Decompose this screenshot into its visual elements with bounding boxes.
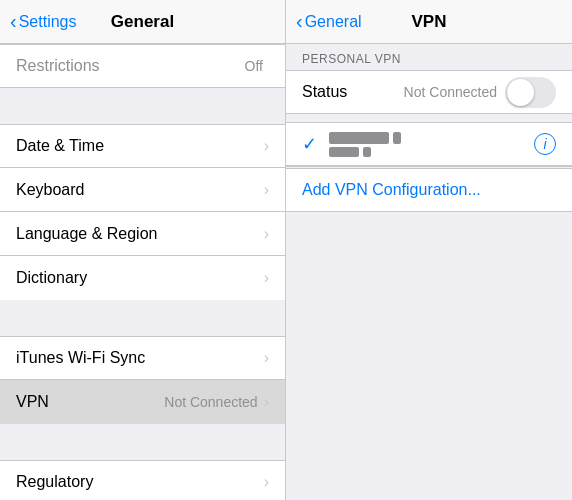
group-spacer-3 (0, 424, 285, 460)
general-back-label: General (305, 13, 362, 31)
vpn-section-header: PERSONAL VPN (286, 44, 572, 70)
vpn-group-spacer (286, 114, 572, 122)
chevron-icon: › (264, 349, 269, 367)
section-1: Date & Time › Keyboard › Language & Regi… (0, 124, 285, 300)
back-label: Settings (19, 13, 77, 31)
redacted-block-1 (329, 132, 389, 144)
right-panel: ‹ General VPN PERSONAL VPN Status Not Co… (286, 0, 572, 500)
info-icon[interactable]: i (534, 133, 556, 155)
section-3: Regulatory › Reset › (0, 460, 285, 500)
redacted-block-4 (363, 147, 371, 157)
back-arrow-icon: ‹ (296, 10, 303, 33)
chevron-icon: › (264, 181, 269, 199)
list-item-date-time[interactable]: Date & Time › (0, 124, 285, 168)
left-nav-title: General (111, 12, 174, 32)
itunes-label: iTunes Wi-Fi Sync (16, 349, 264, 367)
general-back-button[interactable]: ‹ General (296, 10, 362, 33)
status-label: Status (302, 83, 404, 101)
add-vpn-label: Add VPN Configuration... (302, 181, 481, 199)
list-item-language-region[interactable]: Language & Region › (0, 212, 285, 256)
list-item-itunes[interactable]: iTunes Wi-Fi Sync › (0, 336, 285, 380)
status-value: Not Connected (404, 84, 497, 100)
date-time-label: Date & Time (16, 137, 264, 155)
group-spacer-1 (0, 88, 285, 124)
divider (286, 166, 572, 167)
vpn-toggle[interactable] (505, 77, 556, 108)
vpn-config-row[interactable]: ✓ i (286, 122, 572, 166)
vpn-label: VPN (16, 393, 164, 411)
list-item-vpn[interactable]: VPN Not Connected › (0, 380, 285, 424)
vpn-name-top (329, 132, 534, 144)
vpn-value: Not Connected (164, 394, 257, 410)
vpn-status-row: Status Not Connected (286, 70, 572, 114)
chevron-icon: › (264, 225, 269, 243)
settings-back-button[interactable]: ‹ Settings (10, 10, 76, 33)
right-nav-title: VPN (412, 12, 447, 32)
back-arrow-icon: ‹ (10, 10, 17, 33)
add-vpn-row[interactable]: Add VPN Configuration... (286, 168, 572, 212)
chevron-icon: › (264, 473, 269, 491)
dictionary-label: Dictionary (16, 269, 264, 287)
group-spacer-2 (0, 300, 285, 336)
chevron-icon: › (264, 269, 269, 287)
keyboard-label: Keyboard (16, 181, 264, 199)
chevron-icon: › (264, 393, 269, 411)
chevron-icon: › (264, 137, 269, 155)
right-bottom-area (286, 212, 572, 500)
vpn-name-bottom (329, 147, 534, 157)
left-nav-bar: ‹ Settings General (0, 0, 285, 44)
redacted-block-2 (393, 132, 401, 144)
regulatory-label: Regulatory (16, 473, 264, 491)
restrictions-item[interactable]: Restrictions Off (0, 44, 285, 88)
settings-list: Restrictions Off Date & Time › Keyboard … (0, 44, 285, 500)
left-panel: ‹ Settings General Restrictions Off Date… (0, 0, 286, 500)
list-item-regulatory[interactable]: Regulatory › (0, 460, 285, 500)
restrictions-label: Restrictions (16, 57, 245, 75)
section-2: iTunes Wi-Fi Sync › VPN Not Connected › (0, 336, 285, 424)
list-item-dictionary[interactable]: Dictionary › (0, 256, 285, 300)
right-nav-bar: ‹ General VPN (286, 0, 572, 44)
vpn-config-name (329, 132, 534, 157)
toggle-thumb (507, 79, 534, 106)
redacted-block-3 (329, 147, 359, 157)
language-region-label: Language & Region (16, 225, 264, 243)
restrictions-value: Off (245, 58, 263, 74)
list-item-keyboard[interactable]: Keyboard › (0, 168, 285, 212)
checkmark-icon: ✓ (302, 133, 317, 155)
